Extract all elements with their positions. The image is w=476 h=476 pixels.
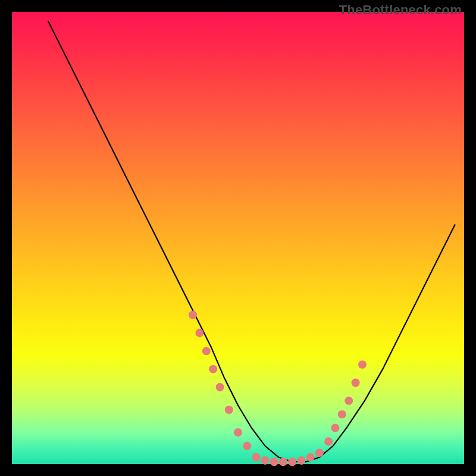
data-marker — [324, 437, 333, 446]
data-marker — [288, 458, 296, 466]
data-marker — [243, 442, 251, 450]
data-marker — [338, 410, 346, 418]
data-marker — [209, 365, 217, 373]
bottleneck-curve — [48, 21, 455, 462]
chart-svg — [12, 12, 464, 464]
plot-area — [12, 12, 464, 464]
data-marker — [195, 329, 203, 337]
data-marker — [352, 378, 360, 387]
data-marker — [189, 311, 197, 319]
data-marker — [252, 453, 260, 462]
data-marker — [261, 456, 270, 465]
data-marker — [225, 406, 233, 414]
marker-group — [189, 311, 367, 466]
chart-container: TheBottleneck.com — [0, 0, 476, 476]
watermark-text: TheBottleneck.com — [339, 2, 462, 18]
data-marker — [270, 458, 278, 466]
data-marker — [358, 361, 367, 369]
data-marker — [331, 424, 339, 432]
data-marker — [234, 428, 242, 437]
data-marker — [216, 383, 224, 392]
data-marker — [202, 347, 211, 355]
data-marker — [306, 453, 315, 462]
data-marker — [315, 449, 324, 457]
data-marker — [345, 397, 353, 405]
data-marker — [279, 458, 287, 466]
data-marker — [297, 456, 305, 465]
